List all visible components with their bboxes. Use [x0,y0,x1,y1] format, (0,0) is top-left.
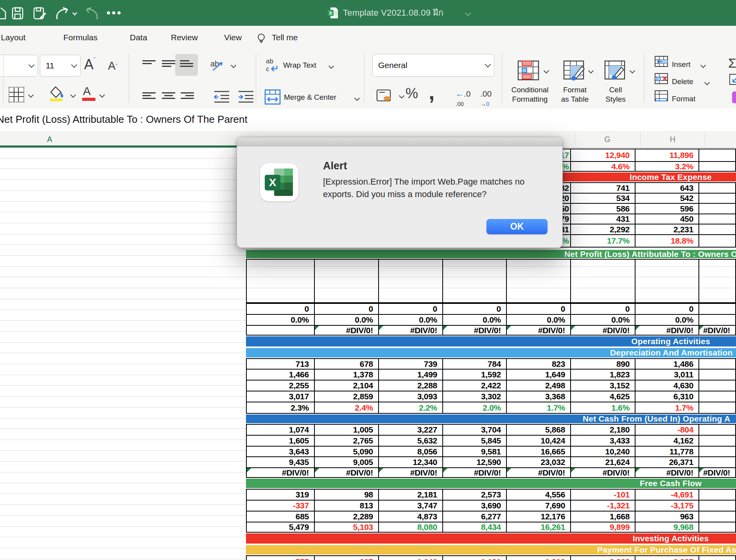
cell-I[interactable] [699,149,736,161]
wrap-text-chevron-icon[interactable] [329,63,334,69]
cell-D[interactable]: 0 [379,304,443,314]
cell-I[interactable] [699,204,736,214]
table-row[interactable]: #DIV/0!#DIV/0!#DIV/0!#DIV/0!#DIV/0!#DIV/… [246,325,736,336]
cell-I[interactable] [699,315,736,325]
orientation-chevron-icon[interactable] [231,63,236,68]
sensitivity-icon[interactable] [732,92,736,103]
conditional-formatting-icon[interactable] [517,60,539,82]
table-row[interactable]: 7136787397848238901,486 [246,358,736,369]
cell-H[interactable]: 6,310 [635,391,699,402]
percent-style-button[interactable]: % [406,85,418,102]
cell-G[interactable]: 2,180 [571,425,635,435]
table-row[interactable]: #DIV/0!#DIV/0!#DIV/0!#DIV/0!#DIV/0!#DIV/… [246,467,736,478]
cell-E[interactable]: 1,131 [443,556,507,560]
align-left-icon[interactable] [142,91,156,101]
cell-F[interactable]: 7,690 [507,501,571,511]
fill-color-chevron-icon[interactable] [70,92,76,98]
table-row[interactable]: 1,4661,3781,4991,5921,6491,8233,011 [246,369,736,380]
banner-row[interactable]: Payment For Purchase Of Fixed As [246,544,736,555]
font-size-select[interactable]: 11 [40,55,81,77]
formula-bar[interactable]: Net Profit (Loss) Attributable To : Owne… [0,109,736,132]
cell-H[interactable]: 1,486 [635,359,699,369]
cell-B[interactable]: 755 [246,556,315,560]
document-title[interactable]: Template V2021.08.09 ฝึก [343,6,443,20]
borders-chevron-icon[interactable] [28,92,34,98]
cell-C[interactable]: 2,104 [315,381,379,391]
cell-F[interactable]: 1,649 [507,370,571,380]
cell-E[interactable]: 3,690 [443,501,507,511]
increase-decimal-button[interactable]: .00→0 [480,89,492,108]
insert-label[interactable]: Insert [672,60,691,69]
table-row[interactable]: 0.0%0.0%0.0%0.0%0.0%0.0%0.0% [246,314,736,325]
increase-font-button[interactable]: Aˆ [84,56,95,73]
cell-C[interactable]: 907 [315,556,379,560]
cell-E[interactable]: 12,590 [443,457,507,467]
cell-E[interactable]: 9,581 [443,447,507,456]
cell-G[interactable]: 10,240 [571,447,635,456]
cell-B[interactable]: 713 [246,359,315,369]
cell-I[interactable] [699,402,736,413]
cell-styles-icon[interactable] [604,60,627,82]
table-row[interactable]: 5,4795,1038,0808,43416,2619,8999,968 [246,522,736,533]
cell-D[interactable]: 739 [379,359,443,369]
cell-D[interactable]: 3,093 [379,391,443,402]
cell-G[interactable]: 1.6% [571,402,635,413]
cell-F[interactable]: 23,032 [507,457,571,467]
cell-H[interactable]: 596 [635,204,699,214]
cell-E[interactable]: 0 [443,304,507,314]
cell-C[interactable]: 2,289 [315,512,379,522]
wrap-text-icon[interactable]: abc [265,56,281,75]
cell-G[interactable]: 17.7% [571,235,635,247]
cell-B[interactable]: 1,466 [246,370,315,380]
cell-H[interactable]: 11,778 [635,447,699,456]
cell-G[interactable]: 0.0% [571,315,635,325]
cell-I[interactable] [699,183,736,193]
table-row[interactable]: -3378133,7473,6907,690-1,321-3,175 [246,500,736,511]
table-row[interactable]: 6852,2894,8736,27712,1761,668963 [246,511,736,522]
cell-D[interactable]: #DIV/0! [379,326,443,335]
cell-styles-label[interactable]: CellStyles [605,85,626,104]
cell-E[interactable]: 1,592 [443,370,507,380]
cell-H[interactable]: 4,162 [635,436,699,446]
cell-H[interactable]: 1.7% [635,402,699,413]
align-right-icon[interactable] [181,91,194,101]
borders-button[interactable] [9,87,24,102]
table-row[interactable]: 1,6052,7655,6325,84510,4243,4334,162 [246,435,736,446]
cell-F[interactable] [507,260,571,302]
banner-row[interactable]: Investing Activities [246,533,736,544]
cell-I[interactable] [699,391,736,402]
undo-icon[interactable] [55,7,69,20]
cell-D[interactable]: 8,056 [379,447,443,456]
tab-review[interactable]: Review [171,26,198,49]
cell-F[interactable]: 823 [507,359,571,369]
cell-H[interactable] [635,260,699,302]
cell-G[interactable]: 12,940 [571,149,635,161]
cell-C[interactable]: 0.0% [315,315,379,325]
cell-G[interactable]: 4,625 [571,391,635,402]
cell-B[interactable]: 2.3% [246,402,315,413]
banner-row[interactable]: Net Profit (Loss) Attributable To : Owne… [246,249,736,259]
cell-E[interactable]: 784 [443,359,507,369]
accounting-chevron-icon[interactable] [399,93,404,99]
cell-G[interactable]: #DIV/0! [571,468,635,477]
format-cells-icon[interactable] [654,90,668,103]
cell-H[interactable]: -4,691 [635,490,699,500]
banner-row[interactable]: Free Cash Flow [246,478,736,489]
tab-tell-me[interactable]: Tell me [272,26,298,49]
cell-F[interactable]: 5,868 [507,425,571,435]
cell-I[interactable] [699,194,736,203]
wrap-text-label[interactable]: Wrap Text [283,61,316,70]
cell-I[interactable] [699,522,736,532]
cell-I[interactable] [699,490,736,500]
cell-G[interactable]: 1,668 [571,512,635,522]
cell-E[interactable]: #DIV/0! [443,468,507,477]
cell-F[interactable]: 12,176 [507,512,571,522]
cell-D[interactable]: 8,080 [379,522,443,532]
decrease-font-button[interactable]: Aˇ [108,59,118,72]
table-row[interactable]: 9,4359,00512,34012,59023,03221,62426,371 [246,456,736,467]
table-row[interactable]: 3,6435,0908,0569,58116,66510,24011,778 [246,446,736,456]
cell-B[interactable]: 3,643 [246,447,315,456]
cell-G[interactable]: 431 [571,214,635,224]
undo-chevron-icon[interactable] [72,12,77,24]
table-row[interactable]: 2,2552,1042,2882,4222,4983,1524,630 [246,380,736,391]
